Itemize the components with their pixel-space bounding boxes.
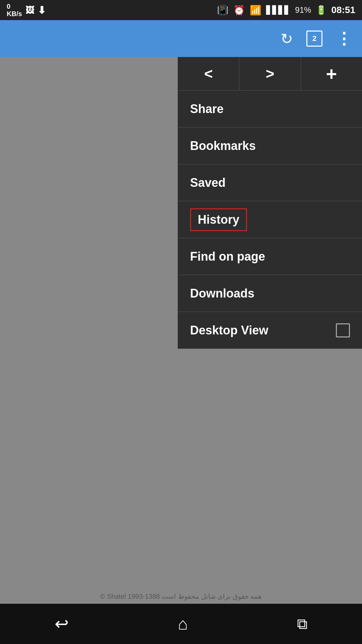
back-icon: < bbox=[204, 65, 213, 82]
bottom-nav-bar: ↩ ⌂ ⧉ bbox=[0, 604, 362, 644]
battery-percentage: 91% bbox=[295, 5, 311, 15]
find-on-page-label: Find on page bbox=[190, 250, 265, 264]
status-right: 📳 ⏰ 📶 ▋▋▋▋ 91% 🔋 08:51 bbox=[217, 5, 355, 16]
nav-home-icon: ⌂ bbox=[178, 614, 188, 634]
new-tab-button[interactable]: + bbox=[301, 57, 362, 90]
more-icon: ⋮ bbox=[336, 29, 352, 48]
forward-icon: > bbox=[266, 65, 275, 82]
download-icon: ⬇ bbox=[38, 4, 46, 16]
dropdown-menu: < > + Share Bookmarks Saved History Find… bbox=[178, 57, 362, 349]
share-label: Share bbox=[190, 102, 224, 116]
alarm-icon: ⏰ bbox=[233, 5, 245, 16]
vibrate-icon: 📳 bbox=[217, 5, 229, 16]
nav-row: < > + bbox=[178, 57, 362, 91]
saved-label: Saved bbox=[190, 176, 226, 190]
tab-switcher-button[interactable]: 2 bbox=[306, 31, 322, 47]
browser-toolbar: ↻ 2 ⋮ bbox=[0, 20, 362, 57]
wifi-icon: 📶 bbox=[250, 5, 261, 16]
screenshot-icon: 🖼 bbox=[25, 5, 34, 15]
menu-item-bookmarks[interactable]: Bookmarks bbox=[178, 127, 362, 164]
status-bar: 0KB/s 🖼 ⬇ 📳 ⏰ 📶 ▋▋▋▋ 91% 🔋 08:51 bbox=[0, 0, 362, 20]
new-tab-icon: + bbox=[326, 63, 337, 85]
nav-home-button[interactable]: ⌂ bbox=[178, 614, 188, 634]
forward-button[interactable]: > bbox=[239, 57, 301, 90]
downloads-label: Downloads bbox=[190, 286, 254, 301]
back-button[interactable]: < bbox=[178, 57, 239, 90]
network-speed: 0KB/s bbox=[7, 3, 22, 17]
nav-back-icon: ↩ bbox=[55, 614, 69, 634]
history-label: History bbox=[190, 208, 247, 231]
refresh-icon: ↻ bbox=[281, 30, 293, 47]
status-left: 0KB/s 🖼 ⬇ bbox=[7, 3, 46, 17]
refresh-button[interactable]: ↻ bbox=[281, 30, 293, 47]
signal-icon: ▋▋▋▋ bbox=[266, 5, 290, 15]
more-options-button[interactable]: ⋮ bbox=[336, 29, 352, 48]
nav-recents-button[interactable]: ⧉ bbox=[297, 615, 307, 633]
menu-item-find-on-page[interactable]: Find on page bbox=[178, 238, 362, 275]
tab-count: 2 bbox=[312, 34, 316, 43]
bookmarks-label: Bookmarks bbox=[190, 139, 256, 153]
desktop-view-label: Desktop View bbox=[190, 323, 268, 337]
menu-item-history[interactable]: History bbox=[178, 201, 362, 238]
nav-back-button[interactable]: ↩ bbox=[55, 614, 69, 634]
menu-item-saved[interactable]: Saved bbox=[178, 164, 362, 201]
page-footer: © Shatel 1993-1388 همه حقوق برای شاتل مح… bbox=[100, 592, 262, 600]
desktop-view-checkbox[interactable] bbox=[336, 323, 350, 337]
battery-icon: 🔋 bbox=[316, 5, 326, 15]
menu-item-downloads[interactable]: Downloads bbox=[178, 275, 362, 312]
status-time: 08:51 bbox=[331, 5, 355, 15]
menu-item-share[interactable]: Share bbox=[178, 91, 362, 127]
menu-item-desktop-view[interactable]: Desktop View bbox=[178, 312, 362, 349]
nav-recents-icon: ⧉ bbox=[297, 615, 307, 633]
